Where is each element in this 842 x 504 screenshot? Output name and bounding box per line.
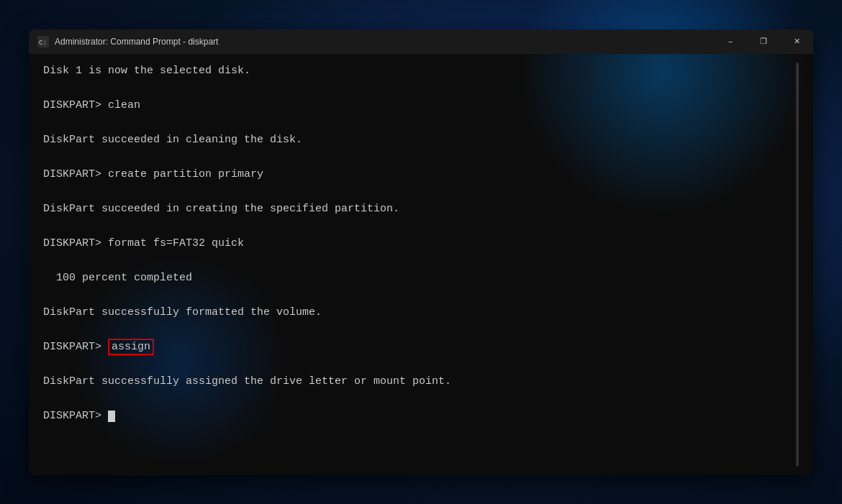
cmd-icon: C: (37, 36, 49, 47)
scrollbar[interactable] (796, 63, 799, 467)
terminal-line-20 (43, 390, 790, 408)
cursor (108, 411, 115, 422)
close-button[interactable]: ✕ (780, 29, 813, 54)
terminal-body: Disk 1 is now the selected disk. DISKPAR… (29, 54, 813, 475)
terminal-line-7: DISKPART> create partition primary (43, 166, 790, 183)
window-controls: − ❐ ✕ (714, 29, 813, 54)
terminal-line-19: DiskPart successfully assigned the drive… (43, 373, 790, 390)
minimize-button[interactable]: − (714, 29, 747, 54)
terminal-line-10 (43, 218, 790, 235)
terminal-line-4 (43, 114, 790, 132)
terminal-line-17: DISKPART> assign (43, 339, 790, 356)
terminal-line-15: DiskPart successfully formatted the volu… (43, 304, 790, 321)
terminal-line-2 (43, 80, 790, 97)
restore-button[interactable]: ❐ (747, 29, 780, 54)
terminal-window: C: Administrator: Command Prompt - diskp… (29, 29, 813, 475)
terminal-line-3: DISKPART> clean (43, 97, 790, 114)
terminal-line-9: DiskPart succeeded in creating the speci… (43, 201, 790, 218)
terminal-line-14 (43, 287, 790, 304)
terminal-content: Disk 1 is now the selected disk. DISKPAR… (43, 63, 790, 467)
terminal-line-21: DISKPART> (43, 408, 790, 425)
terminal-line-5: DiskPart succeeded in cleaning the disk. (43, 132, 790, 149)
terminal-line-11: DISKPART> format fs=FAT32 quick (43, 235, 790, 252)
terminal-line-13: 100 percent completed (43, 270, 790, 287)
terminal-line-16 (43, 321, 790, 339)
terminal-line-12 (43, 252, 790, 270)
terminal-line-18 (43, 356, 790, 373)
title-bar: C: Administrator: Command Prompt - diskp… (29, 29, 813, 54)
svg-text:C:: C: (39, 40, 47, 47)
terminal-line-8 (43, 183, 790, 201)
window-title: Administrator: Command Prompt - diskpart (55, 37, 805, 47)
terminal-line-6 (43, 149, 790, 166)
assign-highlight: assign (108, 339, 154, 355)
terminal-line-1: Disk 1 is now the selected disk. (43, 63, 790, 80)
